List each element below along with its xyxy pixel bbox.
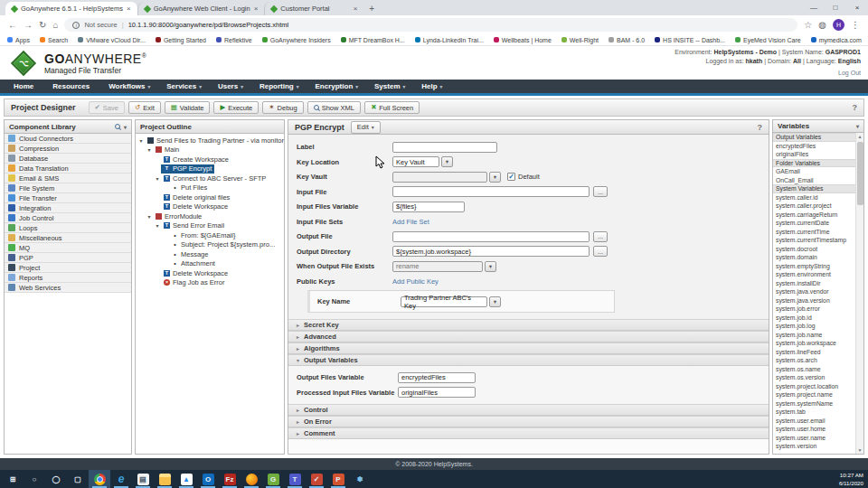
variable-item[interactable]: GAEmail: [773, 167, 855, 176]
variable-item[interactable]: Output Variables: [773, 133, 855, 142]
chevron-down-icon[interactable]: ▾: [124, 124, 127, 130]
variable-item[interactable]: system.environment: [773, 270, 855, 279]
taskbar-app-window-icon[interactable]: ▤: [132, 470, 154, 488]
bookmark-item[interactable]: mymedica.com: [811, 37, 862, 43]
section-algorithms[interactable]: ▸ Algorithms: [288, 343, 769, 354]
bookmark-item[interactable]: GoAnywhere Insiders: [262, 37, 331, 43]
component-category[interactable]: Miscellaneous: [5, 233, 131, 243]
exit-button[interactable]: ↺ Exit: [128, 101, 161, 114]
component-category[interactable]: File System: [5, 183, 131, 193]
minimize-icon[interactable]: —: [803, 0, 825, 15]
tree-expander-icon[interactable]: ▾: [146, 146, 153, 153]
variable-item[interactable]: system.version: [773, 442, 855, 451]
extension-icon[interactable]: ◍: [818, 20, 826, 30]
not-secure-icon[interactable]: i: [72, 22, 80, 29]
new-tab-button[interactable]: +: [369, 4, 374, 14]
bookmark-item[interactable]: Lynda-LinkedIn Trai...: [415, 37, 484, 43]
chevron-down-icon[interactable]: ▼: [489, 296, 501, 307]
variable-item[interactable]: system.project.name: [773, 390, 855, 399]
bookmark-item[interactable]: Well-Right: [561, 37, 599, 43]
add-public-key-link[interactable]: Add Public Key: [392, 277, 439, 286]
chevron-down-icon[interactable]: ▼: [489, 172, 501, 183]
back-icon[interactable]: ←: [8, 20, 17, 30]
variable-item[interactable]: system.tab: [773, 408, 855, 417]
label-input[interactable]: [392, 142, 497, 153]
output-directory-input[interactable]: [392, 246, 590, 257]
output-file-browse-button[interactable]: ...: [593, 231, 608, 242]
component-category[interactable]: File Transfer: [5, 193, 131, 203]
maximize-icon[interactable]: □: [825, 0, 846, 15]
tree-expander-icon[interactable]: ▾: [154, 222, 161, 229]
variable-item[interactable]: system.job.workspace: [773, 339, 855, 348]
taskbar-greenshot-icon[interactable]: G: [262, 470, 284, 488]
bookmark-item[interactable]: MFT DreamBox H...: [341, 37, 405, 43]
scroll-up-icon[interactable]: ▲: [858, 133, 863, 140]
chevron-down-icon[interactable]: ▾: [856, 123, 859, 129]
component-category[interactable]: Data Translation: [5, 164, 131, 174]
nav-item[interactable]: Help ▾: [413, 82, 450, 90]
section-advanced[interactable]: ▸ Advanced: [288, 331, 769, 343]
taskbar-filezilla-icon[interactable]: Fz: [219, 470, 241, 488]
key-vault-select[interactable]: [392, 172, 487, 183]
tree-item[interactable]: ▾ Send Files to Trading Partner - via mo…: [136, 136, 284, 145]
variable-item[interactable]: system.domain: [773, 253, 855, 262]
section-output-variables[interactable]: ▾ Output Variables: [288, 354, 769, 366]
execute-button[interactable]: ▶ Execute: [213, 101, 259, 114]
input-file-input[interactable]: [392, 186, 590, 197]
variable-item[interactable]: system.os.name: [773, 365, 855, 374]
tab-close-icon[interactable]: ×: [354, 5, 358, 13]
toolbar-help-icon[interactable]: ?: [853, 103, 858, 112]
bookmark-star-icon[interactable]: ☆: [804, 20, 812, 30]
taskbar-vsphere-icon[interactable]: ✽: [349, 470, 371, 488]
tree-item[interactable]: T Delete Workspace: [136, 202, 284, 212]
nav-item[interactable]: Users ▾: [210, 82, 251, 90]
variable-item[interactable]: system.java.vendor: [773, 287, 855, 296]
show-xml-button[interactable]: Show XML: [307, 101, 361, 114]
variable-item[interactable]: system.job.name: [773, 331, 855, 340]
tree-item[interactable]: T PGP Encrypt: [136, 164, 284, 174]
taskbar-file-explorer-icon[interactable]: [154, 470, 175, 488]
nav-item[interactable]: Home: [5, 82, 44, 90]
variable-item[interactable]: system.caller.project: [773, 202, 855, 211]
nav-item[interactable]: Encryption ▾: [307, 82, 366, 90]
add-file-set-link[interactable]: Add File Set: [392, 218, 429, 226]
component-category[interactable]: Database: [5, 154, 131, 164]
tree-item[interactable]: • Attachment: [136, 259, 284, 269]
output-files-variable-input[interactable]: [398, 372, 476, 383]
section-secret-key[interactable]: ▸ Secret Key: [288, 319, 769, 331]
taskbar-outlook-icon[interactable]: O: [197, 470, 219, 488]
component-category[interactable]: Compression: [5, 144, 131, 154]
bookmark-item[interactable]: Getting Started: [156, 37, 206, 43]
taskbar-start-icon[interactable]: ⊞: [2, 470, 24, 488]
taskbar-edge-icon[interactable]: e: [110, 470, 132, 488]
variable-item[interactable]: system.os.arch: [773, 356, 855, 365]
close-icon[interactable]: ×: [846, 0, 868, 15]
variable-item[interactable]: system.carriageReturn: [773, 211, 855, 220]
input-files-variable-input[interactable]: [392, 202, 465, 212]
nav-item[interactable]: Workflows ▾: [100, 82, 158, 90]
taskbar-project-check-icon[interactable]: ✓: [306, 470, 327, 488]
variable-item[interactable]: system.currentTime: [773, 228, 855, 237]
input-file-browse-button[interactable]: ...: [593, 186, 608, 197]
taskbar-firefox-icon[interactable]: [241, 470, 262, 488]
logout-link[interactable]: Log Out: [675, 69, 861, 78]
tree-item[interactable]: ▾ ErrorModule: [136, 211, 284, 221]
taskbar-cortana-icon[interactable]: ◯: [45, 470, 67, 488]
tree-item[interactable]: T Create Workspace: [136, 155, 284, 164]
bookmark-item[interactable]: Apps: [7, 37, 30, 43]
component-category[interactable]: Loops: [5, 223, 131, 233]
tree-item[interactable]: • Subject: Project ${system.pro...: [136, 240, 284, 250]
tree-item[interactable]: • Message: [136, 249, 284, 259]
variable-item[interactable]: system.lineFeed: [773, 348, 855, 357]
taskbar-powerpoint-icon[interactable]: P: [327, 470, 349, 488]
output-directory-browse-button[interactable]: ...: [593, 246, 608, 257]
bookmark-item[interactable]: EyeMed Vision Care: [735, 37, 801, 43]
full-screen-button[interactable]: ✚ Full Screen: [364, 101, 420, 114]
variable-item[interactable]: system.job.error: [773, 305, 855, 314]
variable-item[interactable]: system.job.id: [773, 314, 855, 323]
forward-icon[interactable]: →: [24, 20, 33, 30]
key-location-select[interactable]: Key Vault: [392, 156, 439, 167]
taskbar-clock[interactable]: 10:27 AM6/11/2020: [839, 471, 868, 488]
output-file-input[interactable]: [392, 231, 590, 242]
nav-item[interactable]: Reporting ▾: [251, 82, 307, 90]
